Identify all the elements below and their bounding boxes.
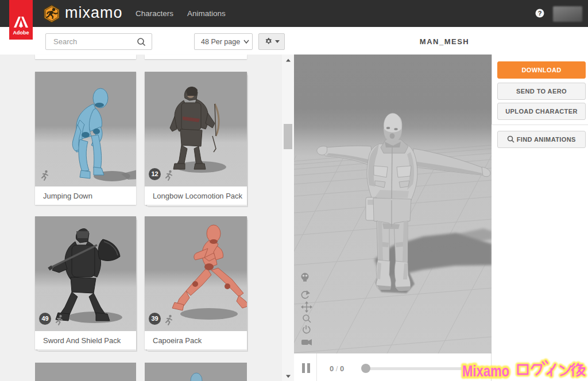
svg-text:Adobe: Adobe xyxy=(13,30,29,36)
svg-text:Mixamo: Mixamo xyxy=(462,363,509,380)
svg-text:?: ? xyxy=(538,10,542,17)
